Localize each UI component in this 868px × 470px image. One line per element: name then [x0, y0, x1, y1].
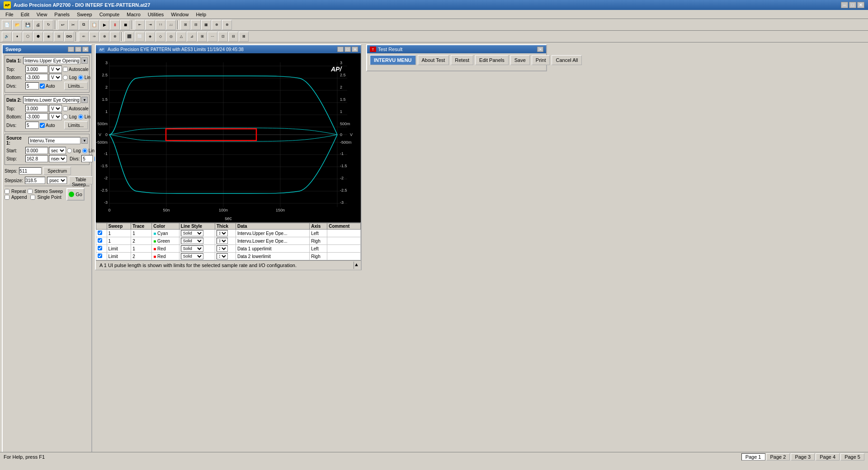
- edit-panels-btn[interactable]: Edit Panels: [475, 55, 509, 65]
- data2-bottom-value[interactable]: [25, 113, 48, 120]
- toolbar2-btn6[interactable]: ⊞: [54, 32, 64, 42]
- stepsize-input[interactable]: [25, 177, 45, 184]
- menu-window[interactable]: Window: [167, 11, 192, 18]
- toolbar2-btn14[interactable]: ◇: [156, 32, 165, 42]
- menu-utilities[interactable]: Utilities: [144, 11, 167, 18]
- toolbar-cut[interactable]: ✂: [68, 20, 78, 30]
- source1-log-radio[interactable]: [67, 148, 72, 153]
- row3-check[interactable]: [98, 246, 102, 250]
- toolbar-copy[interactable]: ⧉: [79, 20, 89, 30]
- data2-divs-value[interactable]: [25, 122, 39, 129]
- toolbar-btn-h[interactable]: ⊕: [212, 20, 222, 30]
- toolbar2-btn3[interactable]: ⬡: [23, 32, 33, 42]
- row3-thick[interactable]: 3: [217, 245, 228, 252]
- source1-stop-value[interactable]: [25, 155, 48, 162]
- sweep-panel-maximize[interactable]: □: [75, 47, 81, 52]
- steps-input[interactable]: [19, 167, 42, 174]
- spectrum-btn[interactable]: Spectrum: [43, 167, 71, 175]
- row4-linestyle[interactable]: Solid: [181, 253, 203, 259]
- save-btn[interactable]: Save: [510, 55, 530, 65]
- data2-lin-radio[interactable]: [78, 114, 83, 119]
- go-button[interactable]: Go: [66, 188, 85, 201]
- minimize-button[interactable]: ─: [841, 2, 848, 8]
- toolbar-btn-a[interactable]: ⇤: [135, 20, 145, 30]
- data1-divs-value[interactable]: [25, 82, 39, 89]
- data1-auto-check[interactable]: [40, 84, 45, 89]
- data2-log-radio[interactable]: [63, 114, 68, 119]
- row2-linestyle[interactable]: Solid: [181, 238, 203, 244]
- source1-browse[interactable]: ▼: [81, 137, 88, 144]
- toolbar-btn-f[interactable]: ⊟: [191, 20, 201, 30]
- toolbar2-btn7[interactable]: ⇐: [79, 32, 89, 42]
- print-btn[interactable]: Print: [532, 55, 550, 65]
- toolbar-start[interactable]: ▶: [99, 20, 109, 30]
- toolbar2-btn2[interactable]: ♦: [12, 32, 22, 42]
- append-check[interactable]: [5, 195, 9, 200]
- toolbar2-btn20[interactable]: ⊡: [218, 32, 228, 42]
- about-test-btn[interactable]: About Test: [418, 55, 449, 65]
- page-4-btn[interactable]: Page 4: [816, 453, 840, 461]
- page-3-btn[interactable]: Page 3: [791, 453, 815, 461]
- data1-lin-radio[interactable]: [78, 75, 83, 80]
- toolbar-btn-g[interactable]: ▦: [201, 20, 211, 30]
- toolbar-btn-b[interactable]: ⇥: [145, 20, 155, 30]
- page-5-btn[interactable]: Page 5: [840, 453, 864, 461]
- toolbar2-btn13[interactable]: ◈: [145, 32, 155, 42]
- graph-minimize[interactable]: _: [337, 47, 344, 52]
- toolbar-btn-d[interactable]: ↓↓: [166, 20, 176, 30]
- intervu-menu-btn[interactable]: INTERVU MENU: [370, 55, 416, 65]
- toolbar-new[interactable]: 📄: [2, 20, 12, 30]
- row3-linestyle[interactable]: Solid: [181, 245, 203, 252]
- repeat-check[interactable]: [5, 189, 9, 194]
- stereo-sweep-check[interactable]: [28, 189, 33, 194]
- menu-panels[interactable]: Panels: [51, 11, 73, 18]
- row1-thick[interactable]: 1: [217, 230, 228, 236]
- data1-browse[interactable]: ▼: [81, 57, 88, 64]
- page-1-btn[interactable]: Page 1: [741, 453, 765, 461]
- toolbar2-btn18[interactable]: ⊞: [197, 32, 207, 42]
- source1-lin-radio[interactable]: [82, 148, 87, 153]
- toolbar2-btn4[interactable]: ⬢: [33, 32, 43, 42]
- toolbar-btn-i[interactable]: ⊗: [222, 20, 232, 30]
- toolbar-btn5[interactable]: ↻: [43, 20, 53, 30]
- row2-thick[interactable]: 1: [217, 238, 228, 244]
- data2-top-unit[interactable]: V: [49, 105, 62, 112]
- maximize-button[interactable]: □: [849, 2, 856, 8]
- menu-sweep[interactable]: Sweep: [73, 11, 96, 18]
- close-button[interactable]: ✕: [857, 2, 864, 8]
- data2-auto-check[interactable]: [40, 123, 45, 128]
- menu-macro[interactable]: Macro: [123, 11, 144, 18]
- toolbar2-btn8[interactable]: ⇒: [89, 32, 99, 42]
- data1-log-radio[interactable]: [63, 75, 68, 80]
- toolbar2-dio[interactable]: DIO: [64, 32, 74, 42]
- source1-input[interactable]: [28, 137, 80, 144]
- toolbar-btn-c[interactable]: ↑↑: [156, 20, 165, 30]
- row1-linestyle[interactable]: Solid: [181, 230, 203, 236]
- toolbar-paste[interactable]: 📋: [89, 20, 99, 30]
- toolbar2-btn21[interactable]: ⊟: [228, 32, 238, 42]
- toolbar-save[interactable]: 💾: [23, 20, 33, 30]
- data1-input[interactable]: [23, 57, 80, 64]
- data2-limits-btn[interactable]: Limits...: [64, 121, 88, 129]
- toolbar-btn-e[interactable]: ⊞: [180, 20, 190, 30]
- menu-edit[interactable]: Edit: [17, 11, 33, 18]
- source1-start-value[interactable]: [25, 147, 48, 154]
- row1-check[interactable]: [98, 230, 102, 235]
- row2-check[interactable]: [98, 238, 102, 243]
- data1-bottom-value[interactable]: [25, 74, 48, 81]
- page-2-btn[interactable]: Page 2: [766, 453, 790, 461]
- toolbar2-btn15[interactable]: ◎: [166, 32, 176, 42]
- toolbar2-btn11[interactable]: ⬛: [124, 32, 134, 42]
- single-point-check[interactable]: [30, 195, 35, 200]
- menu-compute[interactable]: Compute: [96, 11, 123, 18]
- data2-autoscale[interactable]: [63, 106, 68, 111]
- menu-help[interactable]: Help: [192, 11, 210, 18]
- toolbar2-btn19[interactable]: ⋯: [208, 32, 217, 42]
- source1-stop-unit[interactable]: nsec: [49, 155, 67, 162]
- menu-view[interactable]: View: [33, 11, 51, 18]
- toolbar-pause[interactable]: ⏸: [110, 20, 120, 30]
- data1-top-value[interactable]: [25, 66, 48, 73]
- sweep-panel-minimize[interactable]: _: [68, 47, 74, 52]
- toolbar-stop[interactable]: ⏹: [120, 20, 130, 30]
- data1-autoscale[interactable]: [63, 67, 68, 72]
